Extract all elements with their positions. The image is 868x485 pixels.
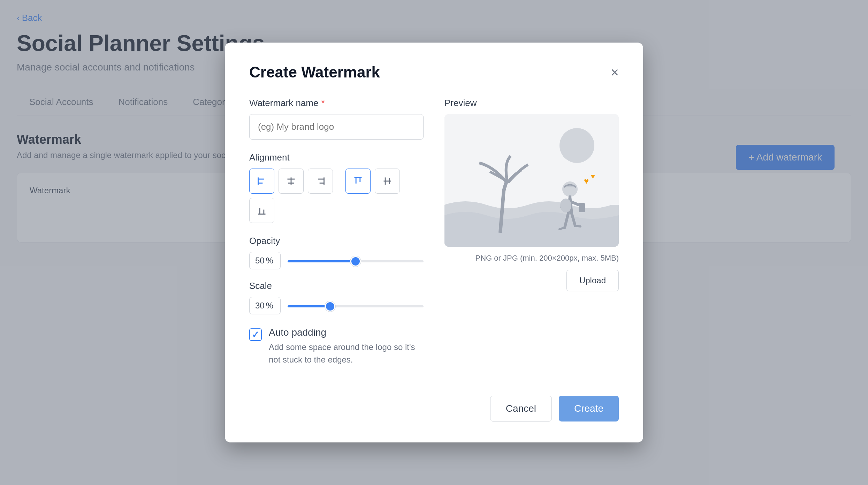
modal-close-button[interactable]: × bbox=[611, 65, 619, 79]
svg-rect-23 bbox=[579, 203, 585, 212]
checkbox-check-icon: ✓ bbox=[252, 329, 259, 340]
auto-padding-title: Auto padding bbox=[269, 327, 424, 338]
scale-label: Scale bbox=[249, 281, 424, 291]
opacity-section: Opacity 50 % bbox=[249, 236, 424, 269]
scale-slider-container bbox=[288, 303, 424, 309]
opacity-value-display: 50 % bbox=[249, 252, 281, 269]
preview-label: Preview bbox=[444, 98, 619, 109]
auto-padding-section: ✓ Auto padding Add some space around the… bbox=[249, 327, 424, 366]
svg-text:♥: ♥ bbox=[584, 176, 589, 186]
cancel-button[interactable]: Cancel bbox=[490, 396, 552, 421]
scale-value-display: 30 % bbox=[249, 297, 281, 314]
opacity-slider-row: 50 % bbox=[249, 252, 424, 269]
align-middle-v-button[interactable] bbox=[375, 169, 400, 194]
opacity-slider[interactable] bbox=[288, 260, 424, 262]
scale-slider[interactable] bbox=[288, 305, 424, 307]
modal-overlay: Create Watermark × Watermark name * Alig… bbox=[0, 0, 868, 485]
opacity-label: Opacity bbox=[249, 236, 424, 246]
scale-section: Scale 30 % bbox=[249, 281, 424, 314]
modal-header: Create Watermark × bbox=[249, 64, 619, 81]
align-center-h-button[interactable] bbox=[279, 169, 304, 194]
upload-button[interactable]: Upload bbox=[566, 270, 619, 291]
alignment-separator bbox=[337, 169, 341, 194]
modal-body: Watermark name * Alignment bbox=[249, 98, 619, 366]
required-star: * bbox=[321, 98, 325, 109]
preview-image: ♥ ♥ bbox=[444, 114, 619, 247]
modal-footer: Cancel Create bbox=[249, 383, 619, 421]
alignment-section: Alignment bbox=[249, 152, 424, 223]
scale-slider-row: 30 % bbox=[249, 297, 424, 314]
alignment-label: Alignment bbox=[249, 152, 424, 163]
modal-left: Watermark name * Alignment bbox=[249, 98, 424, 366]
modal-title: Create Watermark bbox=[249, 64, 380, 81]
create-watermark-modal: Create Watermark × Watermark name * Alig… bbox=[225, 43, 643, 442]
svg-point-21 bbox=[559, 128, 594, 163]
align-left-button[interactable] bbox=[249, 169, 274, 194]
auto-padding-checkbox[interactable]: ✓ bbox=[249, 328, 262, 341]
svg-text:♥: ♥ bbox=[591, 172, 595, 180]
watermark-name-input[interactable] bbox=[249, 114, 424, 140]
preview-hint: PNG or JPG (min. 200×200px, max. 5MB) bbox=[444, 254, 619, 263]
align-right-button[interactable] bbox=[308, 169, 333, 194]
opacity-unit: % bbox=[266, 256, 273, 266]
alignment-buttons bbox=[249, 169, 424, 223]
auto-padding-text: Auto padding Add some space around the l… bbox=[269, 327, 424, 366]
opacity-slider-container bbox=[288, 258, 424, 264]
scale-unit: % bbox=[266, 301, 273, 311]
svg-point-24 bbox=[560, 199, 571, 212]
svg-point-22 bbox=[562, 181, 578, 197]
scale-value: 30 bbox=[255, 301, 265, 311]
auto-padding-desc: Add some space around the logo so it'sno… bbox=[269, 341, 424, 366]
align-bottom-button[interactable] bbox=[249, 198, 274, 223]
align-top-button[interactable] bbox=[345, 169, 371, 194]
watermark-name-label: Watermark name * bbox=[249, 98, 424, 109]
create-button[interactable]: Create bbox=[559, 396, 619, 421]
modal-right: Preview bbox=[444, 98, 619, 366]
opacity-value: 50 bbox=[255, 256, 265, 266]
